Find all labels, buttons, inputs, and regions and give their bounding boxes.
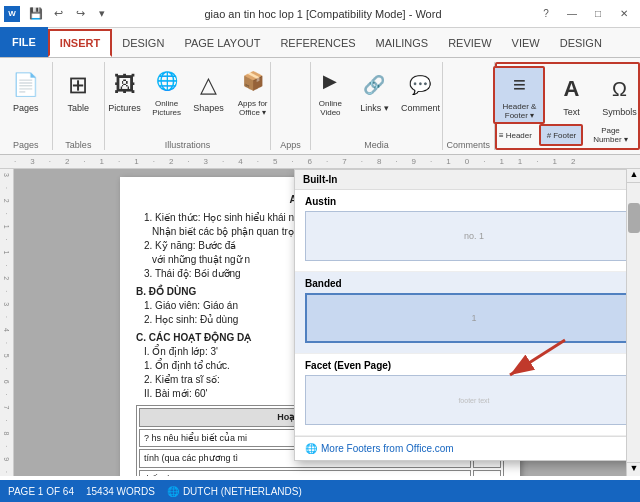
footer-icon: #	[547, 131, 551, 140]
footer-dropdown-header: Built-In	[295, 170, 626, 190]
shapes-label: Shapes	[193, 103, 224, 113]
online-video-label: OnlineVideo	[319, 99, 342, 117]
scroll-down-btn[interactable]: ▼	[627, 462, 640, 476]
page-number-btn[interactable]: PageNumber ▾	[585, 124, 635, 146]
pages-btn[interactable]: 📄 Pages	[4, 62, 48, 120]
ribbon-group-illustrations: 🖼 Pictures 🌐 OnlinePictures △ Shapes 📦 A…	[105, 62, 271, 150]
online-pictures-icon: 🌐	[151, 65, 183, 97]
apps-group-label: Apps	[280, 140, 301, 150]
footer-dropdown: Built-In Austin no. 1 Banded 1	[294, 169, 626, 461]
status-bar: PAGE 1 OF 64 15434 WORDS 🌐 DUTCH (NETHER…	[0, 480, 640, 502]
ribbon-group-tables: ⊞ Table Tables	[53, 62, 106, 150]
tab-insert[interactable]: INSERT	[48, 29, 112, 57]
scroll-thumb[interactable]	[628, 203, 640, 233]
office-icon: 🌐	[305, 443, 317, 454]
online-video-btn[interactable]: ▶ OnlineVideo	[310, 62, 350, 120]
header-footer-icon: ≡	[503, 70, 535, 100]
ribbon-content: 📄 Pages Pages ⊞ Table Tables 🖼 Pictures	[0, 58, 640, 154]
help-btn[interactable]: ?	[534, 5, 558, 23]
header-footer-label: Header &Footer ▾	[503, 102, 537, 120]
links-btn[interactable]: 🔗 Links ▾	[352, 62, 396, 120]
text-icon: A	[555, 73, 587, 105]
ruler-marks: ·3·2·1·1·2·3·4·5·6·7·8·9·10·11·12	[14, 157, 589, 166]
status-words: 15434 WORDS	[86, 486, 155, 497]
table-icon: ⊞	[62, 69, 94, 101]
footer-option-banded[interactable]: Banded 1	[295, 272, 626, 354]
close-btn[interactable]: ✕	[612, 5, 636, 23]
apps-office-icon: 📦	[237, 65, 269, 97]
banded-label: Banded	[305, 278, 626, 289]
shapes-btn[interactable]: △ Shapes	[187, 62, 231, 120]
document-area[interactable]: A. MỤC TIÊU 1. Kiến thức: Học sinh hiểu …	[14, 169, 626, 476]
austin-preview-text: no. 1	[464, 231, 484, 241]
apps-office-btn[interactable]: 📦 Apps forOffice ▾	[233, 62, 273, 120]
footer-btn[interactable]: # Footer	[539, 124, 583, 146]
scroll-up-btn[interactable]: ▲	[627, 169, 640, 183]
shapes-icon: △	[193, 69, 225, 101]
quick-save-btn[interactable]: 💾	[26, 4, 46, 24]
status-words-text: 15434 WORDS	[86, 486, 155, 497]
footer-option-austin[interactable]: Austin no. 1	[295, 190, 626, 272]
text-btn[interactable]: A Text	[549, 66, 593, 124]
more-footers-link[interactable]: 🌐 More Footers from Office.com	[295, 436, 626, 460]
facet-even-preview: footer text	[305, 375, 626, 425]
page-number-label: PageNumber ▾	[593, 126, 628, 144]
symbols-btn[interactable]: Ω Symbols	[597, 66, 640, 124]
footer-label: Footer	[553, 131, 576, 140]
table-btn[interactable]: ⊞ Table	[56, 62, 100, 120]
pictures-icon: 🖼	[109, 69, 141, 101]
ribbon-tabs: FILE INSERT DESIGN PAGE LAYOUT REFERENCE…	[0, 28, 640, 58]
tab-references[interactable]: REFERENCES	[270, 29, 365, 57]
tables-group-label: Tables	[65, 140, 91, 150]
apps-office-label: Apps forOffice ▾	[238, 99, 268, 117]
quick-more-btn[interactable]: ▾	[92, 4, 112, 24]
tab-file[interactable]: FILE	[0, 27, 48, 57]
comment-label: Comment	[401, 103, 440, 113]
tables-items: ⊞ Table	[56, 62, 100, 138]
window-title: giao an tin hoc lop 1 [Compatibility Mod…	[112, 8, 534, 20]
more-footers-label: More Footers from Office.com	[321, 443, 454, 454]
comment-btn[interactable]: 💬 Comment	[398, 62, 442, 120]
links-icon: 🔗	[358, 69, 390, 101]
title-bar-right: ? — □ ✕	[534, 5, 636, 23]
pictures-btn[interactable]: 🖼 Pictures	[103, 62, 147, 120]
facet-even-label: Facet (Even Page)	[305, 360, 626, 371]
header-label: Header	[506, 131, 532, 140]
horizontal-ruler: ·3·2·1·1·2·3·4·5·6·7·8·9·10·11·12	[0, 155, 640, 169]
table-cell-3: thống)	[139, 470, 471, 476]
tab-design2[interactable]: DESIGN	[550, 29, 612, 57]
pictures-label: Pictures	[108, 103, 141, 113]
tab-page-layout[interactable]: PAGE LAYOUT	[174, 29, 270, 57]
banded-preview-text: 1	[471, 313, 476, 323]
footer-option-facet-even[interactable]: Facet (Even Page) footer text	[295, 354, 626, 436]
austin-preview: no. 1	[305, 211, 626, 261]
austin-label: Austin	[305, 196, 626, 207]
maximize-btn[interactable]: □	[586, 5, 610, 23]
text-label: Text	[563, 107, 580, 117]
tab-design[interactable]: DESIGN	[112, 29, 174, 57]
ribbon-group-header-footer: ≡ Header &Footer ▾ A Text Ω Symbols	[495, 62, 640, 150]
ribbon-group-comments-label: Comments	[443, 62, 495, 150]
minimize-btn[interactable]: —	[560, 5, 584, 23]
ribbon-group-media: ▶ OnlineVideo 🔗 Links ▾ 💬 Comment Media	[311, 62, 443, 150]
status-lang-text: DUTCH (NETHERLANDS)	[183, 486, 302, 497]
pages-label: Pages	[13, 103, 39, 113]
online-pictures-btn[interactable]: 🌐 OnlinePictures	[149, 62, 185, 120]
quick-redo-btn[interactable]: ↪	[70, 4, 90, 24]
quick-undo-btn[interactable]: ↩	[48, 4, 68, 24]
tab-review[interactable]: REVIEW	[438, 29, 501, 57]
vertical-scrollbar[interactable]: ▲ ▼	[626, 169, 640, 476]
header-icon: ≡	[499, 131, 504, 140]
header-footer-btn[interactable]: ≡ Header &Footer ▾	[493, 66, 545, 124]
title-bar: W 💾 ↩ ↪ ▾ giao an tin hoc lop 1 [Compati…	[0, 0, 640, 28]
pages-group-label: Pages	[13, 140, 39, 150]
status-flag-icon: 🌐	[167, 486, 179, 497]
ribbon-group-apps: Apps	[271, 62, 311, 150]
header-btn[interactable]: ≡ Header	[493, 124, 537, 146]
tab-view[interactable]: VIEW	[502, 29, 550, 57]
status-page-text: PAGE 1 OF 64	[8, 486, 74, 497]
word-icon: W	[4, 6, 20, 22]
status-lang: 🌐 DUTCH (NETHERLANDS)	[167, 486, 302, 497]
tab-mailings[interactable]: MAILINGS	[366, 29, 439, 57]
illustrations-group-label: Illustrations	[165, 140, 211, 150]
